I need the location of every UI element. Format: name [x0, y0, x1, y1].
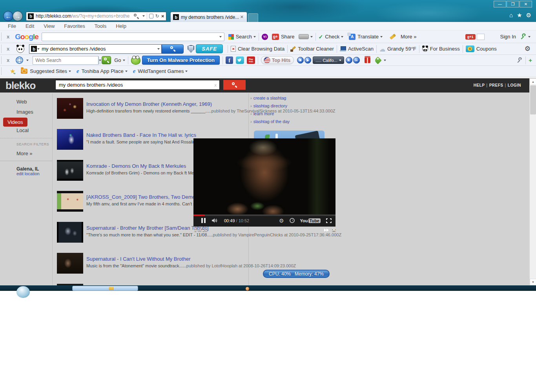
activescan-button[interactable]: ActiveScan [340, 46, 374, 52]
refresh-icon[interactable]: ↻ [155, 13, 159, 19]
toolbar-close-icon[interactable]: x [4, 46, 12, 52]
result-title-link[interactable]: Invocation of My Demon Brother (Kenneth … [86, 101, 247, 107]
sidebar-more-link[interactable]: More » [16, 151, 32, 156]
settings-gear-icon[interactable]: ⚙ [526, 12, 531, 19]
toolbar-settings-gear-icon[interactable]: ⚙ [525, 45, 531, 53]
prefs-link[interactable]: PREFS [489, 83, 503, 87]
translate-button[interactable]: A Translate [349, 34, 383, 40]
go-search-button[interactable] [102, 56, 111, 64]
yahoo-icon[interactable]: Y! [262, 34, 268, 40]
station-dropdown[interactable]: ..... Califo... [313, 56, 344, 64]
blekko-search-input[interactable] [56, 82, 212, 88]
restore-button[interactable]: ❐ [507, 1, 519, 7]
start-orb[interactable] [16, 286, 30, 298]
twitter-icon[interactable] [236, 56, 244, 64]
player-progress-bar[interactable] [193, 214, 335, 216]
volume-icon[interactable] [212, 218, 218, 223]
gift-icon[interactable] [365, 57, 370, 63]
clear-browsing-data-button[interactable]: Clear Browsing Data [231, 46, 284, 52]
sidebar-item-web[interactable]: Web [16, 99, 27, 105]
back-button[interactable]: ← [3, 11, 13, 21]
video-frame[interactable] [193, 138, 335, 214]
wrench-icon[interactable] [520, 33, 527, 40]
slashtag-of-the-day-link[interactable]: ›slashtag of the day [250, 119, 290, 124]
help-link[interactable]: HELP [474, 83, 485, 87]
pause-icon[interactable] [201, 218, 206, 223]
tab-close-icon[interactable]: ✕ [239, 15, 244, 20]
top-hits-button[interactable]: Top Hits [261, 56, 294, 64]
video-thumbnail[interactable] [57, 191, 83, 212]
learn-more-link[interactable]: ›learn more [250, 111, 290, 116]
login-link[interactable]: LOGIN [508, 83, 521, 87]
video-thumbnail[interactable] [57, 253, 83, 274]
home-icon[interactable]: ⌂ [509, 12, 513, 19]
next-video-icon[interactable] [324, 229, 329, 232]
facebook-icon[interactable]: f [226, 56, 233, 64]
go-button[interactable]: Go [114, 57, 121, 63]
slashtag-directory-link[interactable]: ›slashtag directory [250, 103, 290, 108]
compatibility-icon[interactable] [149, 14, 153, 18]
scroll-down-arrow[interactable]: ▼ [530, 279, 536, 285]
play-vids-icon[interactable]: PlayVids [247, 56, 255, 64]
share-style-swatch[interactable] [299, 34, 309, 39]
menu-view[interactable]: View [44, 23, 55, 29]
edit-location-link[interactable]: edit location [16, 171, 40, 176]
forward-button[interactable]: → [13, 11, 23, 21]
favorite-toshiba-app-place[interactable]: Toshiba App Place [82, 68, 124, 74]
youtube-logo[interactable]: YouTube [300, 218, 321, 223]
toolbar-search-input[interactable] [42, 46, 156, 52]
menu-help[interactable]: Help [116, 23, 126, 29]
toolbar-search-button[interactable] [162, 44, 184, 54]
menu-favorites[interactable]: Favorites [64, 23, 85, 29]
share-button[interactable]: g+ Share [272, 34, 295, 40]
fullscreen-icon[interactable] [326, 218, 332, 223]
video-thumbnail[interactable] [57, 160, 83, 181]
sign-in-link[interactable]: Sign In [500, 34, 516, 40]
sidebar-item-local[interactable]: Local [16, 127, 29, 133]
add-toolbar-icon[interactable]: + [529, 57, 532, 64]
globe-icon[interactable] [16, 56, 23, 64]
stop-media-button[interactable] [297, 57, 304, 64]
menu-edit[interactable]: Edit [26, 23, 34, 29]
tools-wrench-icon[interactable] [516, 57, 523, 64]
check-button[interactable]: ✓ Check [319, 34, 344, 40]
web-search-dropdown[interactable] [98, 56, 101, 64]
highlighter-icon[interactable] [390, 34, 396, 40]
toolbar-close-icon[interactable]: x [4, 57, 12, 63]
blekko-search-button[interactable] [223, 80, 246, 90]
google-search-input[interactable] [42, 33, 224, 41]
stop-icon[interactable]: ✕ [161, 14, 164, 18]
address-bar[interactable]: b http://blekko.com/ws/?q=my+demons+brot… [26, 12, 166, 21]
minimize-button[interactable]: — [494, 1, 506, 7]
more-button[interactable]: More » [401, 34, 416, 40]
blekko-logo[interactable]: blekko [5, 80, 35, 92]
video-thumbnail[interactable] [57, 129, 83, 150]
taskbar-button[interactable] [72, 286, 138, 291]
sidebar-item-videos[interactable]: Videos [3, 118, 27, 127]
address-dropdown-icon[interactable] [142, 15, 145, 17]
clear-search-icon[interactable]: x [212, 83, 220, 87]
sidebar-item-images[interactable]: Images [16, 109, 33, 115]
mute-button[interactable]: − [353, 57, 360, 64]
toolbar-cleaner-button[interactable]: Toolbar Cleaner [290, 46, 334, 52]
for-business-button[interactable]: For Business [422, 46, 460, 52]
favorite-suggested-sites[interactable]: Suggested Sites [30, 68, 67, 74]
web-search-input[interactable] [33, 58, 98, 63]
vertical-scrollbar[interactable]: ▲ ▼ [529, 78, 536, 285]
panda-icon[interactable] [16, 45, 24, 53]
favorites-star-icon[interactable]: ★ [517, 12, 522, 19]
scrollbar-thumb[interactable] [530, 85, 536, 114]
deals-tag-icon[interactable] [374, 56, 382, 64]
create-slashtag-link[interactable]: ›create a slashtag [250, 96, 290, 100]
add-favorite-icon[interactable]: ★ [10, 67, 15, 75]
search-icon[interactable] [134, 14, 139, 19]
result-title-link[interactable]: Supernatural - I Can't Live Without My B… [86, 256, 247, 262]
player-settings-icon[interactable]: ⚙ [279, 218, 284, 224]
play-media-button[interactable] [304, 57, 311, 64]
menu-file[interactable]: File [8, 23, 16, 29]
video-thumbnail[interactable] [57, 98, 83, 119]
google-search-button[interactable]: Search [228, 34, 256, 40]
close-button[interactable]: ✕ [520, 1, 532, 7]
safe-button[interactable]: SAFE [196, 44, 223, 53]
watch-later-icon[interactable] [290, 218, 295, 223]
